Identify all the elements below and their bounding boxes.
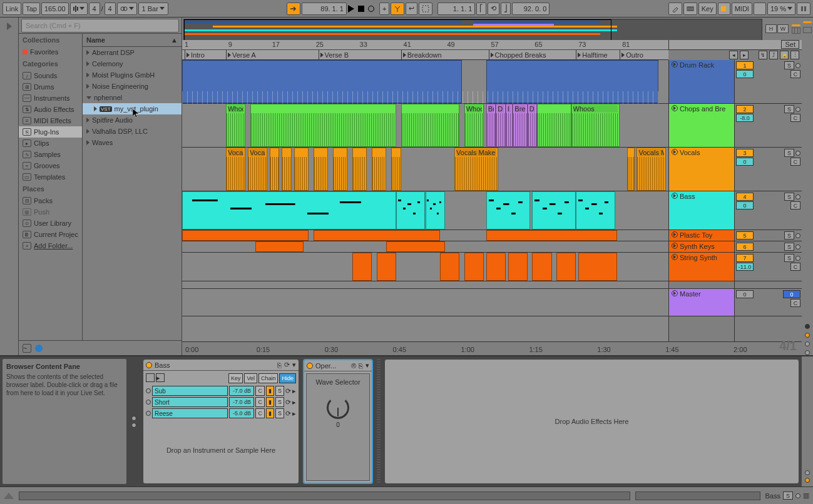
device-rand-icon[interactable]: ® xyxy=(351,362,356,370)
list-item[interactable]: Noise Engineering xyxy=(83,81,182,92)
track-number[interactable]: 0 xyxy=(736,290,754,298)
arrangement-position[interactable]: 89. 1. 1 xyxy=(302,3,347,15)
chain-solo[interactable]: S xyxy=(275,408,284,418)
list-item[interactable]: Moist Plugins GmbH xyxy=(83,69,182,81)
m-button[interactable] xyxy=(805,333,810,338)
solo-button[interactable]: S xyxy=(784,105,794,113)
bar-ruler[interactable]: 1 9 17 25 33 41 49 57 65 73 81 xyxy=(182,40,668,50)
full-width-button[interactable]: W xyxy=(777,24,789,33)
category-drums[interactable]: ⊞Drums xyxy=(19,81,82,93)
track-header-master[interactable]: Master xyxy=(669,289,734,316)
detail-toggle-icon[interactable] xyxy=(4,493,14,499)
sort-icon[interactable]: ▲ xyxy=(171,36,178,44)
time-sig-num[interactable]: 4 xyxy=(89,3,100,15)
punch-out-button[interactable]: ⎦ xyxy=(501,3,511,15)
chain-volume[interactable]: -5.0 dB xyxy=(229,408,254,418)
pan-c[interactable]: C xyxy=(790,114,800,122)
chain-solo[interactable]: S xyxy=(275,386,284,396)
loop-button[interactable]: ⟲ xyxy=(488,3,499,15)
status-arm[interactable] xyxy=(795,493,800,498)
place-current-project[interactable]: 🗎Current Projec xyxy=(19,229,82,240)
quantize-menu[interactable]: 1 Bar xyxy=(138,3,168,15)
chain-activator[interactable] xyxy=(146,400,151,405)
r-button[interactable] xyxy=(805,341,810,346)
list-item[interactable]: Waves xyxy=(83,137,182,148)
device-resize-handle[interactable] xyxy=(377,359,381,484)
solo-button[interactable]: S xyxy=(784,231,794,239)
locator[interactable]: Verse B xyxy=(319,50,349,60)
overdub-button[interactable]: + xyxy=(379,3,389,15)
key-button[interactable]: Key xyxy=(228,373,243,383)
draw-mode-button[interactable] xyxy=(668,3,682,15)
place-push[interactable]: ▦Push xyxy=(19,206,82,218)
automation-button[interactable]: ↯ xyxy=(759,51,767,59)
device-save-icon[interactable]: ⎘ xyxy=(277,361,282,369)
automation-arm-button[interactable] xyxy=(391,3,404,15)
metronome-toggle[interactable] xyxy=(117,3,137,15)
category-plugins[interactable]: ⎘Plug-Ins xyxy=(19,126,82,138)
prev-locator-button[interactable]: ◂ xyxy=(729,51,738,59)
pan-c[interactable]: C xyxy=(790,201,800,209)
audio-effects-drop-zone[interactable]: Drop Audio Effects Here xyxy=(384,359,799,484)
chain-hotswap-icon[interactable]: ⟳ xyxy=(285,398,291,406)
list-item-expanded[interactable]: nphennel xyxy=(83,92,182,103)
list-item[interactable]: Spitfire Audio xyxy=(83,114,182,126)
status-solo[interactable]: S xyxy=(783,491,793,500)
next-locator-button[interactable]: ▸ xyxy=(740,51,749,59)
pan-c[interactable]: C xyxy=(790,158,800,166)
keyboard-button[interactable] xyxy=(683,3,697,15)
chain-hotswap-icon[interactable]: ⟳ xyxy=(285,387,291,395)
chain-name[interactable]: Sub xyxy=(152,386,228,396)
chain-mute[interactable]: ▮ xyxy=(266,397,274,407)
chain-show-button[interactable] xyxy=(131,423,136,428)
solo-button[interactable]: S xyxy=(784,243,794,251)
d-button[interactable] xyxy=(805,350,810,355)
chain-mute[interactable]: ▮ xyxy=(266,408,274,418)
chain-volume[interactable]: -7.0 dB xyxy=(229,397,254,407)
time-sig-den[interactable]: 4 xyxy=(105,3,116,15)
set-locator-button[interactable]: Set xyxy=(781,40,799,49)
clip-view-button[interactable] xyxy=(805,470,810,475)
chain-button[interactable]: Chain xyxy=(258,373,279,383)
track-number[interactable]: 6 xyxy=(736,243,754,251)
solo-button[interactable]: S xyxy=(784,193,794,201)
locator[interactable]: Verse A xyxy=(226,50,256,60)
arm-button[interactable] xyxy=(795,233,800,238)
chain-row[interactable]: Sub -7.0 dB C ▮ S ⟳ ▸ xyxy=(146,386,296,396)
track-delay[interactable]: 0 xyxy=(736,158,754,166)
device-on-button[interactable] xyxy=(146,362,152,368)
name-column-header[interactable]: Name xyxy=(86,36,105,44)
track-number[interactable]: 4 xyxy=(736,193,754,201)
io-button[interactable] xyxy=(805,324,810,329)
track-header[interactable]: Chops and Bre xyxy=(669,104,734,148)
tap-button[interactable]: Tap xyxy=(23,3,40,15)
category-templates[interactable]: ▭Templates xyxy=(19,171,82,183)
arm-button[interactable] xyxy=(795,194,800,199)
track-unfold-icon[interactable] xyxy=(672,61,678,68)
track-unfold-icon[interactable] xyxy=(672,193,678,199)
track-header[interactable]: Synth Keys xyxy=(669,241,734,253)
category-midi-effects[interactable]: ≡MIDI Effects xyxy=(19,115,82,126)
track-delay[interactable]: -8.0 xyxy=(736,114,754,122)
device-fold-icon[interactable]: ▾ xyxy=(366,361,369,370)
back-to-arr-button[interactable]: ⤴ xyxy=(769,51,778,59)
locator[interactable]: Chopped Breaks xyxy=(489,50,546,60)
list-item-selected[interactable]: VSTmy_vst_plugin xyxy=(83,103,182,114)
follow-button[interactable] xyxy=(287,3,300,15)
track-unfold-icon[interactable] xyxy=(672,254,678,260)
track-header[interactable]: Vocals xyxy=(669,148,734,191)
chain-name[interactable]: Short xyxy=(152,397,228,407)
chain-hotswap-icon[interactable]: ⟳ xyxy=(285,410,291,418)
arrangement-overview[interactable] xyxy=(183,19,762,41)
locator-lane[interactable]: Intro Verse A Verse B Breakdown Chopped … xyxy=(182,50,668,60)
capture-button[interactable] xyxy=(419,3,432,15)
lock-button[interactable]: 🔒 xyxy=(780,51,789,59)
punch-in-button[interactable]: ⎡ xyxy=(476,3,486,15)
chain-solo[interactable]: S xyxy=(275,397,284,407)
chain-name[interactable]: Reese xyxy=(152,408,228,418)
wave-selector-knob[interactable] xyxy=(327,396,349,419)
loop-length[interactable]: 92. 0. 0 xyxy=(512,3,550,15)
device-fold-icon[interactable]: ▾ xyxy=(292,361,296,369)
track-number[interactable]: 7 xyxy=(736,254,754,262)
play-button[interactable] xyxy=(348,5,354,13)
